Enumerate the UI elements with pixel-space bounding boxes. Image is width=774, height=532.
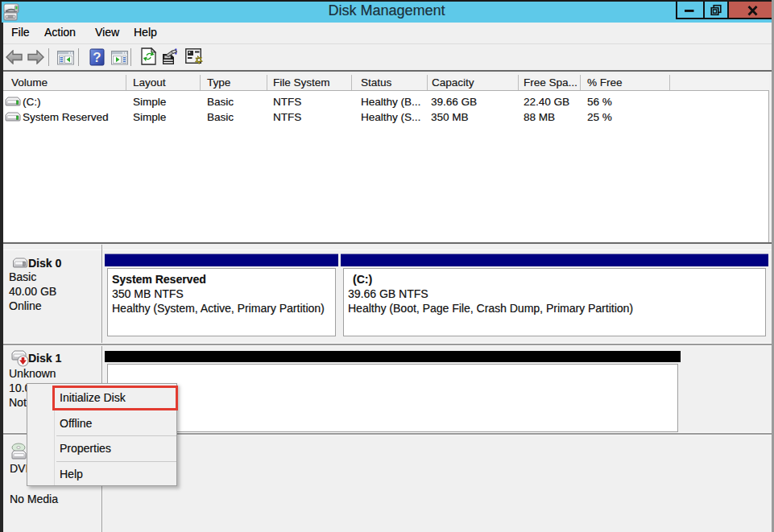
svg-text:?: ? (93, 50, 101, 65)
